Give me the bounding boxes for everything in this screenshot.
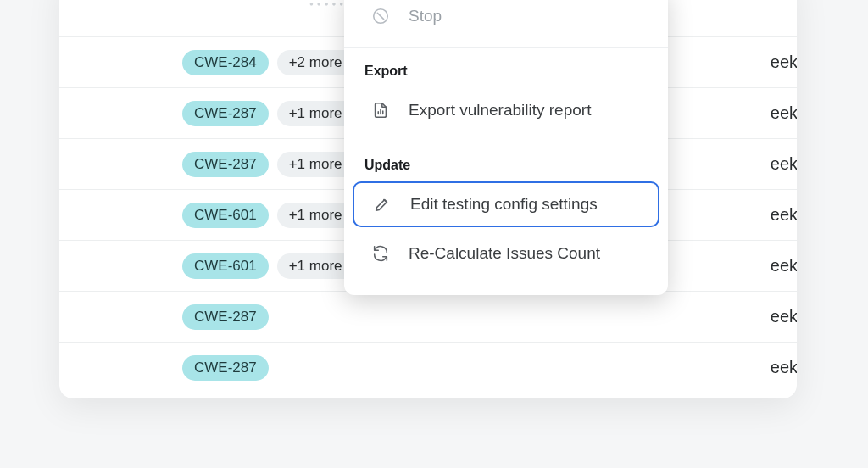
- time-cell: eeks ago: [687, 53, 797, 72]
- cwe-tag[interactable]: CWE-287: [182, 101, 269, 126]
- category-cell: on: [59, 103, 182, 123]
- update-section-header: Update: [344, 142, 668, 178]
- time-cell: eeks ago: [687, 358, 797, 377]
- pencil-icon: [373, 195, 392, 214]
- svg-line-1: [377, 13, 383, 19]
- menu-item-label: Re-Calculate Issues Count: [409, 244, 600, 263]
- cwe-tag[interactable]: CWE-601: [182, 254, 269, 279]
- cwe-tag[interactable]: CWE-287: [182, 152, 269, 177]
- time-cell: eeks ago: [687, 256, 797, 276]
- context-menu: Stop Export Export vulnerability report …: [344, 0, 668, 295]
- stop-menu-item[interactable]: Stop: [353, 0, 659, 39]
- menu-item-label: Edit testing config settings: [410, 195, 598, 214]
- cwe-tag[interactable]: CWE-601: [182, 203, 269, 228]
- category-cell: on: [59, 358, 182, 377]
- time-cell: eeks ago: [687, 103, 797, 123]
- file-chart-icon: [371, 101, 390, 120]
- menu-item-label: Stop: [409, 7, 442, 25]
- edit-config-menu-item[interactable]: Edit testing config settings: [353, 181, 659, 227]
- time-cell: eeks ago: [687, 205, 797, 225]
- category-cell: on: [59, 154, 182, 174]
- refresh-icon: [371, 244, 390, 263]
- table-row[interactable]: on CWE-287 eeks ago: [59, 292, 797, 343]
- cwe-tag[interactable]: CWE-287: [182, 304, 269, 330]
- recalculate-menu-item[interactable]: Re-Calculate Issues Count: [353, 231, 659, 276]
- cwe-tag[interactable]: CWE-287: [182, 355, 269, 381]
- stop-icon: [371, 7, 390, 25]
- category-cell: on: [59, 307, 182, 326]
- menu-item-label: Export vulnerability report: [409, 101, 591, 120]
- time-cell: eeks ago: [687, 307, 797, 326]
- cwe-tag[interactable]: CWE-284: [182, 50, 269, 75]
- export-report-menu-item[interactable]: Export vulnerability report: [353, 87, 659, 133]
- table-row[interactable]: on CWE-287 1 3 weeks ago: [59, 393, 797, 398]
- table-row[interactable]: on CWE-287 eeks ago: [59, 343, 797, 393]
- export-section-header: Export: [344, 48, 668, 84]
- time-cell: eeks ago: [687, 154, 797, 174]
